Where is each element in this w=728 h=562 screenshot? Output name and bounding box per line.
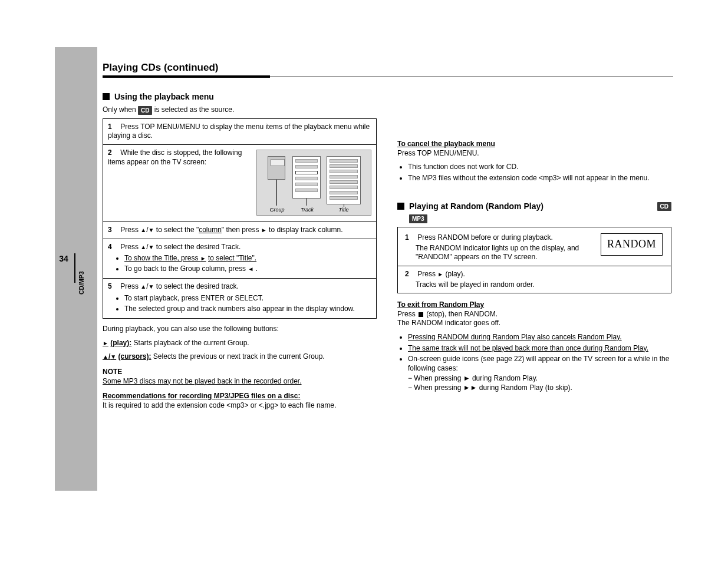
right-column: To cancel the playback menu Press TOP ME… xyxy=(397,91,671,410)
down-icon xyxy=(149,226,154,234)
step-1-text: Press TOP MENU/MENU to display the menu … xyxy=(108,123,370,140)
chapter-title: Playing CDs (continued) xyxy=(103,61,218,74)
rn-c: On-screen guide icons (see page 22) will… xyxy=(408,355,671,392)
cursor-head: / (cursors): Selects the previous or nex… xyxy=(103,352,377,362)
list-item xyxy=(295,159,318,163)
list-item xyxy=(330,175,358,178)
during-playback-line: During playback, you can also use the fo… xyxy=(103,325,377,334)
menu-diagram: Group Track Title xyxy=(256,150,371,216)
s5-b2: The selected group and track numbers als… xyxy=(124,305,371,314)
list-item xyxy=(295,183,318,186)
step-num: 2 xyxy=(108,148,118,158)
step-1: 1 Press TOP MENU/MENU to display the men… xyxy=(103,119,376,144)
page-number-divider xyxy=(74,253,75,283)
diagram-track-panel xyxy=(292,156,321,199)
s4b1a: To show the Title, press xyxy=(124,254,200,262)
page-number: 34 xyxy=(55,253,73,264)
list-item xyxy=(330,191,358,194)
stop-icon xyxy=(419,312,423,317)
list-item xyxy=(295,165,318,168)
cancel-bullets: This function does not work for CD. The … xyxy=(408,163,671,183)
step-num: 1 xyxy=(405,233,416,243)
mp3-badge: MP3 xyxy=(409,214,427,223)
exit-body: Press (stop), then RANDOM. xyxy=(397,310,671,319)
step-num: 3 xyxy=(108,226,118,235)
rn-c2: − When pressing ►► during Random Play (t… xyxy=(408,384,671,393)
step-5-text: Press / to select the desired track. xyxy=(120,282,239,290)
down-icon xyxy=(110,352,116,361)
s4b2b: . xyxy=(256,265,258,273)
random-step-1-text: 1 Press RANDOM before or during playback… xyxy=(405,233,595,262)
exit-b1: Press xyxy=(397,310,417,318)
step-2-text: While the disc is stopped, the following… xyxy=(108,148,242,166)
s4-b2: To go back to the Group column, press . xyxy=(124,265,371,274)
diagram-label-group: Group xyxy=(268,207,286,214)
step-2: Group Track Title 2 While the disc is st… xyxy=(103,144,376,222)
up-icon xyxy=(103,352,108,361)
cancel-b1: This function does not work for CD. xyxy=(408,163,671,172)
r2c: Tracks will be played in random order. xyxy=(416,280,664,290)
cd-badge: CD xyxy=(657,202,671,211)
list-item xyxy=(330,196,358,200)
up-icon xyxy=(140,243,146,251)
left-icon xyxy=(248,265,253,273)
random-step-1: 1 Press RANDOM before or during playback… xyxy=(405,233,664,262)
play-head-text: (play): xyxy=(110,339,131,347)
random-step-2: 2 Press (play). Tracks will be played in… xyxy=(405,270,664,289)
list-item xyxy=(295,177,318,180)
r2b: (play). xyxy=(446,270,465,278)
step-4: 4 Press / to select the desired Track. T… xyxy=(103,239,376,279)
random-steps-box: 1 Press RANDOM before or during playback… xyxy=(397,227,671,293)
list-item xyxy=(330,159,358,163)
s5-b1: To start playback, press ENTER or SELECT… xyxy=(124,294,371,303)
down-icon xyxy=(149,282,154,290)
mp3-badge-row: MP3 xyxy=(409,214,671,224)
cd-badge: CD xyxy=(138,106,152,115)
play-icon xyxy=(103,339,108,347)
list-item xyxy=(330,180,358,184)
step-5: 5 Press / to select the desired track. T… xyxy=(103,278,376,318)
rn-b-text: The same track will not be played back m… xyxy=(408,344,648,352)
r2a: Press xyxy=(417,270,437,278)
heading-left: Using the playback menu xyxy=(103,91,377,102)
play-button-head: (play): Starts playback of the current G… xyxy=(103,339,377,348)
step-num: 1 xyxy=(108,123,118,132)
limitations-body: It is required to add the extension code… xyxy=(103,401,377,411)
callout-line xyxy=(276,180,277,206)
list-item xyxy=(330,164,358,168)
s4a: Press xyxy=(120,243,140,251)
note-text: Some MP3 discs may not be played back in… xyxy=(103,377,302,385)
list-item xyxy=(295,189,318,192)
list-item xyxy=(330,170,358,173)
cursor-head-text: (cursors): xyxy=(118,352,151,361)
s4b1b: to select "Title". xyxy=(208,254,256,262)
step-3: 3 Press / to select the "column" then pr… xyxy=(103,222,376,239)
r1a: Press RANDOM before or during playback. xyxy=(417,233,552,242)
heading-left-text: Using the playback menu xyxy=(114,91,214,102)
rn-a: Pressing RANDOM during Random Play also … xyxy=(408,333,671,342)
rn-a-text: Pressing RANDOM during Random Play also … xyxy=(408,333,622,341)
cancel-head: To cancel the playback menu xyxy=(397,140,671,149)
section-label: CD/MP3 xyxy=(78,253,88,312)
step-num: 4 xyxy=(108,243,118,252)
step-4-bullets: To show the Title, press to select "Titl… xyxy=(124,254,371,273)
cancel-body: Press TOP MENU/MENU. xyxy=(397,149,671,158)
s4-b1: To show the Title, press to select "Titl… xyxy=(124,254,371,263)
step-4-text: Press / to select the desired Track. xyxy=(120,243,241,251)
s3b: to select the " xyxy=(156,226,199,234)
intro-before: Only when xyxy=(103,105,138,114)
random-display: RANDOM xyxy=(601,233,663,255)
heading-random-text: Playing at Random (Random Play) xyxy=(409,201,543,211)
note-head: NOTE xyxy=(103,368,377,377)
up-icon xyxy=(140,282,146,290)
r1b: The RANDOM indicator lights up on the di… xyxy=(416,244,595,262)
cursor-body: Selects the previous or next track in th… xyxy=(153,352,325,361)
s4b2a: To go back to the Group column, press xyxy=(124,265,248,273)
box-divider xyxy=(398,266,671,266)
s3a: Press xyxy=(120,226,140,234)
rule-thick xyxy=(103,75,270,78)
callout-line xyxy=(307,199,307,206)
s3col: column xyxy=(199,226,222,234)
step-num: 5 xyxy=(108,282,118,292)
up-icon xyxy=(140,226,146,234)
